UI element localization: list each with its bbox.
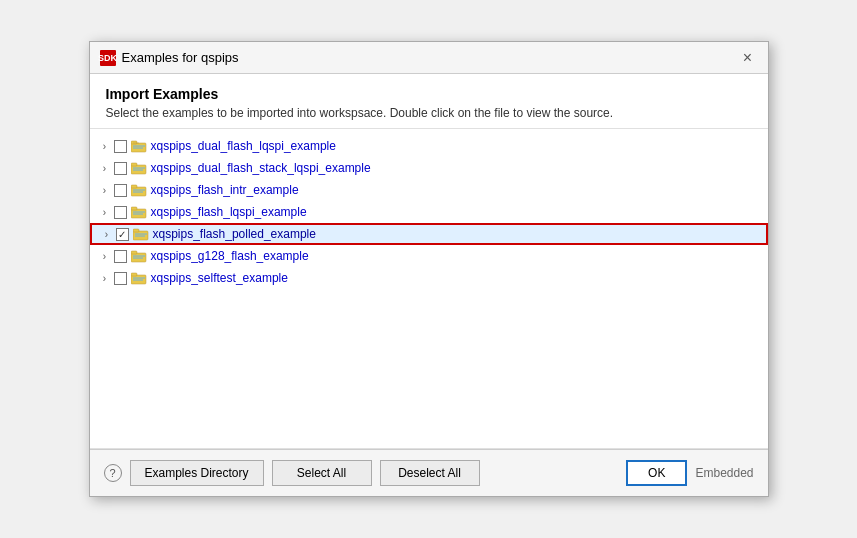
list-item[interactable]: › xqspips_dual_flash_lqspi_example — [90, 135, 768, 157]
svg-rect-8 — [131, 207, 137, 210]
expand-arrow-icon: › — [98, 183, 112, 197]
folder-icon — [131, 161, 147, 175]
expand-arrow-icon: › — [98, 161, 112, 175]
sdk-icon: SDK — [100, 50, 116, 66]
list-item[interactable]: › xqspips_flash_lqspi_example — [90, 201, 768, 223]
svg-rect-12 — [131, 251, 137, 254]
item-label: xqspips_g128_flash_example — [151, 249, 309, 263]
item-checkbox[interactable] — [114, 250, 127, 263]
footer: ? Examples Directory Select All Deselect… — [90, 449, 768, 496]
item-label: xqspips_dual_flash_stack_lqspi_example — [151, 161, 371, 175]
svg-rect-10 — [133, 229, 139, 232]
svg-rect-4 — [131, 163, 137, 166]
list-item[interactable]: › xqspips_selftest_example — [90, 267, 768, 289]
item-checkbox[interactable] — [114, 162, 127, 175]
item-label: xqspips_flash_polled_example — [153, 227, 316, 241]
item-checkbox[interactable] — [114, 184, 127, 197]
item-checkbox[interactable] — [114, 272, 127, 285]
folder-icon — [131, 271, 147, 285]
list-item[interactable]: › xqspips_dual_flash_stack_lqspi_example — [90, 157, 768, 179]
expand-arrow-icon: › — [100, 227, 114, 241]
tree-area: › xqspips_dual_flash_lqspi_example › — [90, 129, 768, 449]
item-checkbox[interactable] — [114, 140, 127, 153]
item-label: xqspips_selftest_example — [151, 271, 288, 285]
select-all-button[interactable]: Select All — [272, 460, 372, 486]
expand-arrow-icon: › — [98, 205, 112, 219]
deselect-all-button[interactable]: Deselect All — [380, 460, 480, 486]
examples-directory-button[interactable]: Examples Directory — [130, 460, 264, 486]
list-item[interactable]: › xqspips_g128_flash_example — [90, 245, 768, 267]
import-heading: Import Examples — [106, 86, 752, 102]
folder-icon — [131, 249, 147, 263]
list-item-selected[interactable]: › ✓ xqspips_flash_polled_example — [90, 223, 768, 245]
item-checkbox[interactable] — [114, 206, 127, 219]
item-label: xqspips_flash_intr_example — [151, 183, 299, 197]
svg-rect-14 — [131, 273, 137, 276]
import-description: Select the examples to be imported into … — [106, 106, 752, 120]
title-bar-left: SDK Examples for qspips — [100, 50, 239, 66]
dialog-title: Examples for qspips — [122, 50, 239, 65]
folder-icon — [131, 205, 147, 219]
close-button[interactable]: × — [738, 48, 758, 68]
expand-arrow-icon: › — [98, 271, 112, 285]
main-dialog: SDK Examples for qspips × Import Example… — [89, 41, 769, 497]
list-item[interactable]: › xqspips_flash_intr_example — [90, 179, 768, 201]
title-bar: SDK Examples for qspips × — [90, 42, 768, 74]
embedded-label: Embedded — [695, 466, 753, 480]
svg-rect-6 — [131, 185, 137, 188]
svg-rect-1 — [131, 141, 137, 144]
dialog-header: Import Examples Select the examples to b… — [90, 74, 768, 129]
expand-arrow-icon: › — [98, 139, 112, 153]
expand-arrow-icon: › — [98, 249, 112, 263]
folder-icon — [131, 183, 147, 197]
item-label: xqspips_flash_lqspi_example — [151, 205, 307, 219]
folder-icon — [131, 139, 147, 153]
folder-icon — [133, 227, 149, 241]
ok-button[interactable]: OK — [626, 460, 687, 486]
item-checkbox-checked[interactable]: ✓ — [116, 228, 129, 241]
help-icon[interactable]: ? — [104, 464, 122, 482]
item-label: xqspips_dual_flash_lqspi_example — [151, 139, 336, 153]
